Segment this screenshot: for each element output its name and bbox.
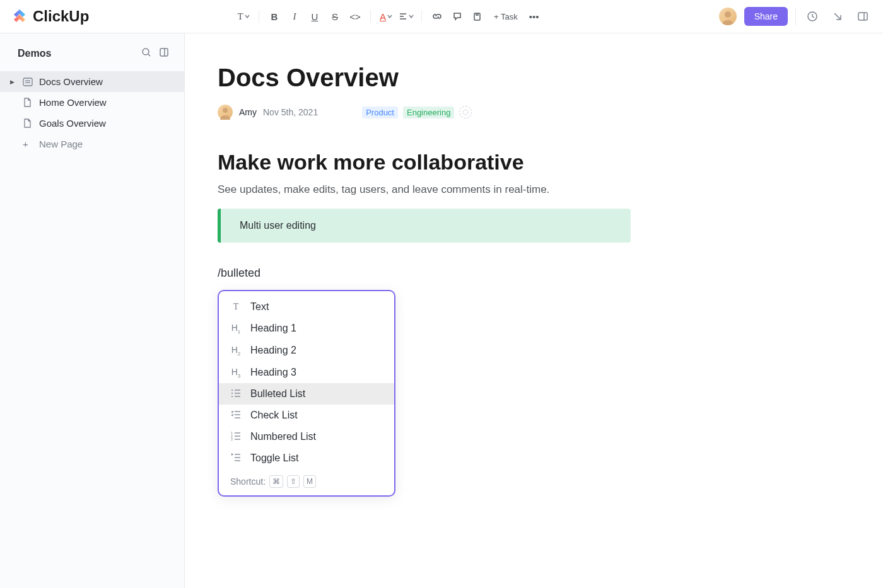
svg-text:3: 3 bbox=[231, 437, 233, 441]
sidebar-item-label: Goals Overview bbox=[39, 118, 106, 129]
menu-item-label: Heading 3 bbox=[250, 367, 296, 378]
kbd-m: M bbox=[303, 475, 316, 488]
kbd-shift: ⇧ bbox=[287, 475, 300, 488]
code-button[interactable]: <> bbox=[346, 8, 364, 25]
toggle-list-icon bbox=[230, 453, 242, 464]
svg-point-16 bbox=[231, 393, 233, 394]
sidebar-title: Demos bbox=[18, 48, 51, 59]
doc-title[interactable]: Docs Overview bbox=[218, 64, 883, 92]
comment-button[interactable] bbox=[448, 8, 466, 25]
link-button[interactable] bbox=[428, 8, 446, 25]
sidebar: Demos ▶ Docs Overview Home Overview bbox=[0, 33, 185, 588]
sidebar-item-docs-overview[interactable]: ▶ Docs Overview bbox=[0, 71, 184, 92]
svg-point-1 bbox=[725, 11, 731, 18]
h2-icon: H2 bbox=[230, 345, 242, 357]
numbered-list-icon: 123 bbox=[230, 432, 242, 442]
kbd-cmd: ⌘ bbox=[269, 475, 283, 488]
h1-icon: H1 bbox=[230, 323, 242, 335]
menu-item-numbered-list[interactable]: 123 Numbered List bbox=[219, 426, 394, 447]
svg-point-13 bbox=[463, 110, 468, 115]
svg-rect-0 bbox=[474, 13, 480, 20]
svg-rect-7 bbox=[160, 49, 168, 56]
check-list-icon bbox=[230, 410, 242, 421]
sidebar-item-label: Docs Overview bbox=[39, 76, 103, 87]
search-icon[interactable] bbox=[141, 47, 151, 60]
plus-icon: + bbox=[23, 139, 33, 149]
svg-line-6 bbox=[148, 54, 150, 56]
svg-point-5 bbox=[143, 49, 149, 55]
menu-item-text[interactable]: T Text bbox=[219, 296, 394, 318]
new-page-label: New Page bbox=[39, 139, 83, 149]
menu-item-bulleted-list[interactable]: Bulleted List bbox=[219, 383, 394, 405]
slash-menu: T Text H1 Heading 1 H2 Heading 2 H3 Head… bbox=[218, 290, 395, 497]
italic-button[interactable]: I bbox=[286, 8, 303, 25]
page-icon bbox=[23, 118, 33, 129]
add-tag-button[interactable] bbox=[459, 106, 472, 118]
svg-rect-3 bbox=[858, 13, 867, 20]
bold-button[interactable]: B bbox=[266, 8, 283, 25]
main-container: Demos ▶ Docs Overview Home Overview bbox=[0, 33, 883, 588]
content: Docs Overview Amy Nov 5th, 2021 Product … bbox=[185, 33, 883, 588]
underline-button[interactable]: U bbox=[306, 8, 324, 25]
author-avatar[interactable] bbox=[218, 105, 233, 120]
menu-item-label: Bulleted List bbox=[250, 388, 305, 400]
h3-icon: H3 bbox=[230, 367, 242, 379]
section-text[interactable]: See updates, make edits, tag users, and … bbox=[218, 183, 883, 196]
user-avatar[interactable] bbox=[719, 8, 737, 25]
menu-item-label: Heading 1 bbox=[250, 323, 296, 334]
menu-shortcut: Shortcut: ⌘ ⇧ M bbox=[219, 469, 394, 490]
sidebar-item-label: Home Overview bbox=[39, 97, 107, 108]
menu-item-toggle-list[interactable]: Toggle List bbox=[219, 447, 394, 469]
chevron-right-icon: ▶ bbox=[10, 79, 16, 85]
bulleted-list-icon bbox=[230, 389, 242, 400]
menu-item-check-list[interactable]: Check List bbox=[219, 405, 394, 426]
menu-item-heading-1[interactable]: H1 Heading 1 bbox=[219, 318, 394, 340]
sidebar-item-goals-overview[interactable]: Goals Overview bbox=[0, 113, 184, 134]
download-icon[interactable] bbox=[829, 8, 846, 25]
share-button[interactable]: Share bbox=[744, 7, 788, 26]
panel-icon[interactable] bbox=[854, 8, 872, 25]
tag-engineering[interactable]: Engineering bbox=[403, 107, 454, 118]
menu-item-label: Numbered List bbox=[250, 431, 316, 442]
menu-item-label: Toggle List bbox=[250, 453, 299, 464]
text-type-icon: T bbox=[230, 302, 242, 312]
menu-item-label: Check List bbox=[250, 410, 298, 421]
svg-rect-9 bbox=[23, 78, 32, 86]
sidebar-header: Demos bbox=[0, 47, 184, 60]
menu-item-heading-2[interactable]: H2 Heading 2 bbox=[219, 340, 394, 362]
toolbar-right: Share bbox=[719, 7, 872, 26]
svg-point-12 bbox=[223, 108, 228, 113]
top-bar: ClickUp T B I U S <> A + Task bbox=[0, 0, 883, 33]
text-color-button[interactable]: A bbox=[377, 8, 395, 25]
clickup-logo-icon bbox=[11, 8, 28, 25]
text-style-button[interactable]: T bbox=[235, 8, 252, 25]
shortcut-label: Shortcut: bbox=[230, 476, 266, 487]
strikethrough-button[interactable]: S bbox=[326, 8, 344, 25]
menu-item-label: Heading 2 bbox=[250, 345, 296, 356]
doc-date: Nov 5th, 2021 bbox=[263, 107, 318, 117]
collapse-icon[interactable] bbox=[159, 47, 169, 60]
tags: Product Engineering bbox=[362, 106, 472, 118]
add-task-button[interactable]: + Task bbox=[489, 12, 523, 21]
sidebar-item-home-overview[interactable]: Home Overview bbox=[0, 92, 184, 113]
sidebar-new-page[interactable]: + New Page bbox=[0, 134, 184, 154]
section-heading[interactable]: Make work more collaborative bbox=[218, 150, 883, 175]
doc-icon bbox=[23, 78, 33, 86]
history-icon[interactable] bbox=[804, 8, 821, 25]
tag-product[interactable]: Product bbox=[362, 107, 398, 118]
menu-item-heading-3[interactable]: H3 Heading 3 bbox=[219, 362, 394, 384]
page-icon bbox=[23, 98, 33, 108]
toolbar-center: T B I U S <> A + Task ••• bbox=[59, 8, 719, 25]
attach-button[interactable] bbox=[469, 8, 486, 25]
svg-point-18 bbox=[231, 396, 233, 397]
doc-meta: Amy Nov 5th, 2021 Product Engineering bbox=[218, 105, 883, 120]
menu-item-label: Text bbox=[250, 301, 269, 313]
author-name: Amy bbox=[239, 107, 257, 117]
svg-point-14 bbox=[231, 389, 233, 391]
align-button[interactable] bbox=[397, 8, 415, 25]
callout-block[interactable]: Multi user editing bbox=[218, 209, 631, 243]
callout-text: Multi user editing bbox=[240, 220, 316, 231]
slash-input[interactable]: /bulleted bbox=[218, 267, 883, 280]
more-button[interactable]: ••• bbox=[525, 8, 543, 25]
